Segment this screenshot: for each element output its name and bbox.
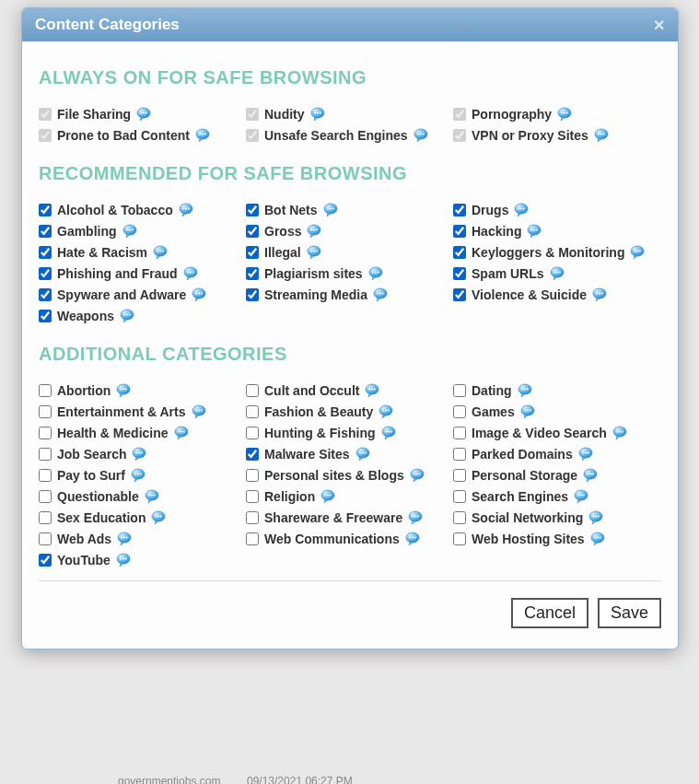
help-icon[interactable] bbox=[373, 287, 388, 302]
help-icon[interactable] bbox=[132, 447, 146, 462]
help-icon[interactable] bbox=[590, 532, 605, 546]
close-icon[interactable]: ✕ bbox=[653, 17, 665, 34]
help-icon[interactable] bbox=[410, 468, 425, 483]
svg-point-101 bbox=[195, 410, 197, 412]
help-icon[interactable] bbox=[368, 266, 383, 281]
help-icon[interactable] bbox=[414, 128, 428, 143]
svg-point-155 bbox=[330, 495, 332, 497]
category-checkbox-plagiarism-sites[interactable] bbox=[246, 267, 259, 280]
category-checkbox-social-networking[interactable] bbox=[453, 511, 466, 524]
help-icon[interactable] bbox=[557, 107, 572, 122]
help-icon[interactable] bbox=[592, 287, 607, 302]
help-icon[interactable] bbox=[307, 245, 321, 260]
help-icon[interactable] bbox=[117, 532, 132, 546]
category-checkbox-image-video-search[interactable] bbox=[453, 427, 466, 439]
category-checkbox-spam-urls[interactable] bbox=[453, 267, 466, 280]
category-checkbox-questionable[interactable] bbox=[39, 490, 52, 503]
category-checkbox-religion[interactable] bbox=[246, 490, 259, 503]
help-icon[interactable] bbox=[320, 489, 335, 504]
help-icon[interactable] bbox=[151, 510, 166, 525]
category-checkbox-health-medicine[interactable] bbox=[39, 427, 52, 439]
category-checkbox-job-search[interactable] bbox=[39, 448, 52, 461]
category-checkbox-cult-and-occult[interactable] bbox=[246, 384, 259, 397]
category-checkbox-web-hosting-sites[interactable] bbox=[453, 532, 466, 545]
help-icon[interactable] bbox=[583, 468, 598, 483]
help-icon[interactable] bbox=[518, 383, 532, 398]
category-checkbox-violence-suicide[interactable] bbox=[453, 288, 466, 301]
help-icon[interactable] bbox=[131, 468, 146, 483]
help-icon[interactable] bbox=[145, 489, 159, 504]
help-icon[interactable] bbox=[153, 245, 168, 260]
cancel-button[interactable]: Cancel bbox=[511, 598, 588, 628]
category-checkbox-pay-to-surf[interactable] bbox=[39, 469, 52, 482]
help-icon[interactable] bbox=[179, 203, 193, 217]
save-button[interactable]: Save bbox=[598, 598, 661, 628]
help-icon[interactable] bbox=[630, 245, 645, 260]
help-icon[interactable] bbox=[136, 107, 151, 122]
help-icon[interactable] bbox=[527, 224, 542, 239]
category-checkbox-gross[interactable] bbox=[246, 225, 259, 238]
help-icon[interactable] bbox=[122, 224, 137, 239]
svg-point-169 bbox=[593, 516, 595, 518]
help-icon[interactable] bbox=[514, 203, 529, 217]
category-checkbox-keyloggers-monitoring[interactable] bbox=[453, 246, 466, 259]
category-checkbox-weapons[interactable] bbox=[39, 310, 52, 322]
category-checkbox-alcohol-tobacco[interactable] bbox=[39, 204, 52, 216]
category-label: Prone to Bad Content bbox=[57, 128, 190, 143]
help-icon[interactable] bbox=[612, 426, 627, 440]
category-checkbox-search-engines[interactable] bbox=[453, 490, 466, 503]
svg-point-82 bbox=[599, 293, 600, 295]
category-checkbox-fashion-beauty[interactable] bbox=[246, 405, 259, 418]
category-label: Hunting & Fishing bbox=[264, 426, 376, 440]
help-icon[interactable] bbox=[408, 510, 423, 525]
category-checkbox-spyware-and-adware[interactable] bbox=[39, 288, 52, 301]
help-icon[interactable] bbox=[550, 266, 565, 281]
help-icon[interactable] bbox=[574, 489, 588, 504]
category-checkbox-web-ads[interactable] bbox=[39, 532, 52, 545]
help-icon[interactable] bbox=[192, 287, 206, 302]
help-icon[interactable] bbox=[588, 510, 603, 525]
category-checkbox-sex-education[interactable] bbox=[39, 511, 52, 524]
help-icon[interactable] bbox=[116, 553, 131, 568]
help-icon[interactable] bbox=[594, 128, 609, 143]
category-checkbox-phishing-and-fraud[interactable] bbox=[39, 267, 52, 280]
category-checkbox-dating[interactable] bbox=[453, 384, 466, 397]
help-icon[interactable] bbox=[365, 383, 379, 398]
category-checkbox-hunting-fishing[interactable] bbox=[246, 427, 259, 439]
category-checkbox-personal-sites-blogs[interactable] bbox=[246, 469, 259, 482]
category-checkbox-hate-racism[interactable] bbox=[39, 246, 52, 259]
category-checkbox-parked-domains[interactable] bbox=[453, 448, 466, 461]
help-icon[interactable] bbox=[381, 426, 396, 440]
category-checkbox-entertainment-arts[interactable] bbox=[39, 405, 52, 418]
category-checkbox-abortion[interactable] bbox=[39, 384, 52, 397]
svg-point-97 bbox=[521, 389, 523, 391]
help-icon[interactable] bbox=[310, 107, 325, 122]
category-checkbox-streaming-media[interactable] bbox=[246, 288, 259, 301]
category-checkbox-shareware-freeware[interactable] bbox=[246, 511, 259, 524]
help-icon[interactable] bbox=[355, 447, 370, 462]
category-checkbox-personal-storage[interactable] bbox=[453, 469, 466, 482]
help-icon[interactable] bbox=[307, 224, 321, 239]
help-icon[interactable] bbox=[116, 383, 131, 398]
category-checkbox-illegal[interactable] bbox=[246, 246, 259, 259]
help-icon[interactable] bbox=[192, 404, 206, 419]
category-checkbox-gambling[interactable] bbox=[39, 225, 52, 238]
help-icon[interactable] bbox=[183, 266, 198, 281]
help-icon[interactable] bbox=[405, 532, 420, 546]
category-checkbox-web-communications[interactable] bbox=[246, 532, 259, 545]
category-label: Cult and Occult bbox=[264, 383, 359, 398]
help-icon[interactable] bbox=[174, 426, 189, 440]
help-icon[interactable] bbox=[195, 128, 210, 143]
category-checkbox-youtube[interactable] bbox=[39, 554, 52, 567]
help-icon[interactable] bbox=[323, 203, 338, 217]
category-checkbox-malware-sites[interactable] bbox=[246, 448, 259, 461]
category-checkbox-drugs[interactable] bbox=[453, 204, 466, 216]
help-icon[interactable] bbox=[578, 447, 593, 462]
help-icon[interactable] bbox=[120, 309, 134, 323]
category-checkbox-hacking[interactable] bbox=[453, 225, 466, 238]
help-icon[interactable] bbox=[520, 404, 535, 419]
help-icon[interactable] bbox=[379, 404, 393, 419]
category-checkbox-bot-nets[interactable] bbox=[246, 204, 259, 216]
category-checkbox-games[interactable] bbox=[453, 405, 466, 418]
svg-point-27 bbox=[187, 208, 189, 210]
